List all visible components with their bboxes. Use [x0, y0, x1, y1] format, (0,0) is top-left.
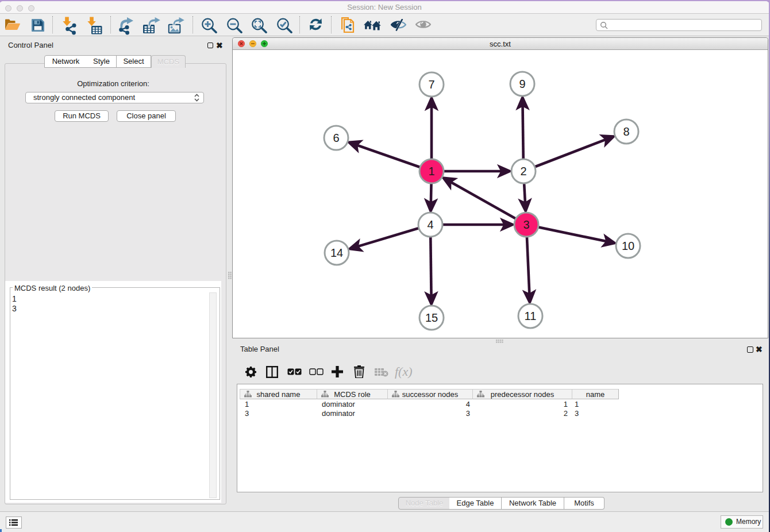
svg-text:15: 15 [425, 311, 438, 324]
svg-text:1: 1 [428, 165, 434, 178]
svg-text:11: 11 [525, 310, 537, 322]
svg-text:9: 9 [519, 78, 525, 90]
svg-text:2: 2 [520, 165, 526, 178]
svg-text:14: 14 [330, 246, 343, 259]
svg-text:7: 7 [428, 78, 434, 91]
svg-text:4: 4 [427, 218, 433, 231]
svg-text:3: 3 [523, 218, 529, 231]
svg-text:10: 10 [622, 240, 634, 252]
svg-text:8: 8 [623, 125, 629, 138]
svg-text:6: 6 [333, 132, 339, 144]
